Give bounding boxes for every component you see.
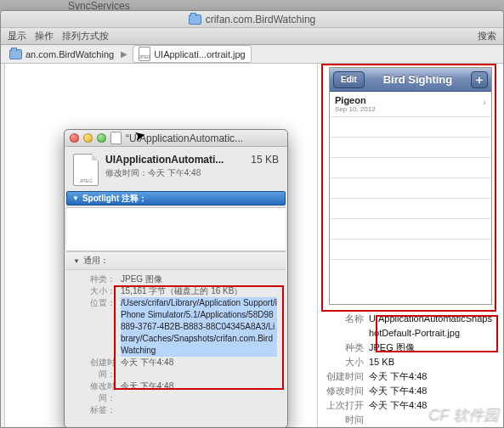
phone-list-row: [330, 239, 491, 260]
get-info-window[interactable]: “UIApplicationAutomatic... JPEG UIApplic…: [64, 129, 288, 428]
phone-row-title: Pigeon: [335, 95, 366, 105]
meta-key: 名称: [318, 312, 369, 341]
meta-value-name: UIApplicationAutomaticSnapshotDefault-Po…: [369, 312, 495, 341]
jpeg-file-icon: JPEG: [139, 47, 150, 61]
info-key: 标签：: [75, 404, 121, 416]
meta-key: 上次打开时间: [318, 398, 369, 427]
preview-pane: Edit Bird Sighting + Pigeon Sep 10, 2012…: [318, 64, 503, 427]
phone-list-row: [330, 178, 491, 199]
finder-toolbar: 显示 操作 排列方式按 搜索: [1, 28, 503, 45]
spotlight-comment-field[interactable]: [66, 207, 286, 251]
info-titlebar[interactable]: “UIApplicationAutomatic...: [65, 130, 287, 147]
info-key: 修改时间：: [75, 380, 121, 404]
phone-navbar: Edit Bird Sighting +: [330, 68, 491, 92]
meta-key: 创建时间: [318, 369, 369, 384]
zoom-icon[interactable]: [97, 133, 106, 143]
jpeg-file-icon: JPEG: [73, 154, 99, 186]
info-general-body: 种类：JPEG 图像 大小：15,161 字节（磁盘上的 16 KB） 位置：/…: [66, 270, 286, 420]
meta-value: 今天 下午4:48: [369, 384, 495, 398]
path-crumb-folder[interactable]: an.com.BirdWatching ▶: [4, 48, 133, 60]
toolbar-actions[interactable]: 操作: [35, 30, 54, 42]
toolbar-arrange[interactable]: 排列方式按: [62, 30, 109, 42]
phone-list-row: [330, 219, 491, 239]
file-icon: [110, 132, 122, 144]
info-value: 15,161 字节（磁盘上的 16 KB）: [121, 285, 277, 297]
general-label: 通用：: [83, 255, 109, 267]
info-header: JPEG UIApplicationAutomati... 修改时间：今天 下午…: [65, 147, 287, 191]
general-section-header[interactable]: ▼ 通用：: [66, 251, 286, 270]
window-title: crifan.com.BirdWatching: [206, 14, 316, 25]
meta-value: 今天 下午4:48: [369, 398, 495, 427]
phone-list-row: [330, 260, 491, 280]
folder-icon: [9, 49, 22, 59]
chevron-right-icon: ›: [483, 97, 486, 107]
info-label-value[interactable]: [121, 404, 277, 416]
info-value: 今天 下午4:48: [121, 380, 277, 404]
folder-icon: [189, 14, 201, 25]
info-size: 15 KB: [251, 154, 279, 186]
meta-key: 种类: [318, 341, 369, 355]
meta-value: 今天 下午4:48: [369, 369, 495, 384]
finder-titlebar[interactable]: crifan.com.BirdWatching: [1, 11, 503, 28]
phone-list-row: Pigeon Sep 10, 2012 ›: [330, 92, 491, 117]
path-crumb-label: UIApplicati...ortrait.jpg: [154, 49, 246, 59]
phone-list-row: [330, 158, 491, 178]
meta-value: 15 KB: [369, 355, 495, 369]
phone-row-subtitle: Sep 10, 2012: [335, 105, 376, 113]
chevron-right-icon: ▶: [121, 49, 127, 59]
preview-metadata: 名称UIApplicationAutomaticSnapshotDefault-…: [318, 310, 503, 428]
phone-list-row: [330, 117, 491, 138]
phone-title: Bird Sighting: [368, 73, 467, 86]
phone-list-row: [330, 138, 491, 158]
minimize-icon[interactable]: [83, 133, 93, 143]
info-filename: UIApplicationAutomati...: [105, 154, 244, 166]
disclosure-triangle-icon: ▼: [73, 257, 80, 265]
path-crumb-label: an.com.BirdWatching: [25, 49, 114, 59]
toolbar-search[interactable]: 搜索: [478, 30, 496, 42]
traffic-lights: [70, 133, 106, 143]
phone-list-row: [330, 199, 491, 219]
meta-value: JPEG 图像: [369, 341, 495, 355]
path-crumb-file[interactable]: JPEG UIApplicati...ortrait.jpg: [133, 45, 252, 63]
info-value: 今天 下午4:48: [121, 357, 277, 380]
spotlight-section-header[interactable]: ▼ Spotlight 注释：: [66, 191, 286, 206]
toolbar-show[interactable]: 显示: [8, 30, 26, 42]
meta-key: 大小: [318, 355, 369, 369]
disclosure-triangle-icon: ▼: [72, 194, 79, 202]
info-value: JPEG 图像: [121, 273, 277, 285]
info-value-path[interactable]: /Users/crifan/Library/Application Suppor…: [121, 297, 277, 357]
info-key: 创建时间：: [75, 357, 121, 380]
info-modified: 修改时间：今天 下午4:48: [105, 167, 244, 179]
info-key: 位置：: [75, 297, 121, 357]
info-key: 大小：: [75, 285, 121, 297]
info-key: 种类：: [75, 273, 121, 285]
meta-key: 修改时间: [318, 384, 369, 398]
phone-add-button: +: [471, 71, 488, 88]
spotlight-label: Spotlight 注释：: [82, 193, 147, 205]
close-icon[interactable]: [70, 133, 79, 143]
preview-thumbnail[interactable]: Edit Bird Sighting + Pigeon Sep 10, 2012…: [329, 67, 492, 305]
path-bar: an.com.BirdWatching ▶ JPEG UIApplicati..…: [1, 45, 503, 64]
phone-edit-button: Edit: [333, 71, 365, 88]
